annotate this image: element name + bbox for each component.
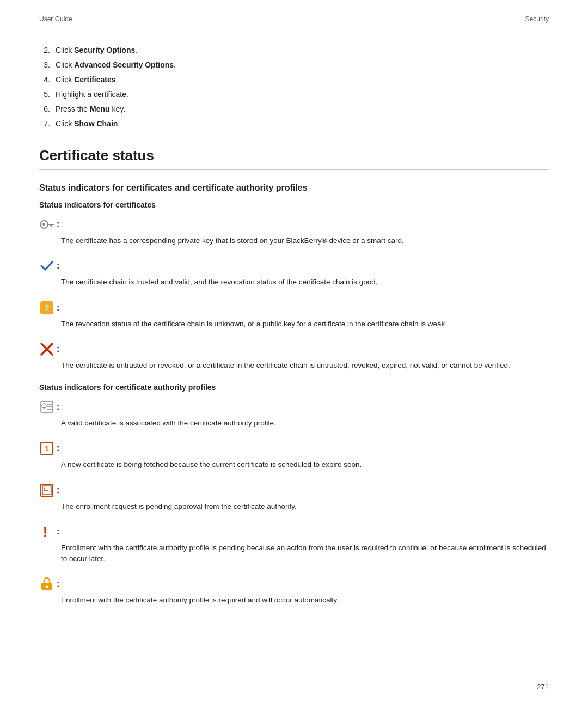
lock-icon <box>39 576 54 592</box>
box-clock-icon <box>39 483 54 498</box>
svg-point-15 <box>46 586 48 588</box>
ca-indicator-lock: : Enrollment with the certificate author… <box>39 576 549 606</box>
cert-key-desc: The certificate has a corresponding priv… <box>39 235 549 246</box>
svg-rect-12 <box>42 486 51 495</box>
exclamation-icon: ! <box>39 524 54 539</box>
ca-indicators-title: Status indicators for certificate author… <box>39 383 549 392</box>
section-title: Certificate status <box>39 147 549 170</box>
ca-valid-desc: A valid certificate is associated with t… <box>39 418 549 429</box>
cert-indicators-title: Status indicators for certificates <box>39 200 549 209</box>
cert-question-desc: The revocation status of the certificate… <box>39 319 549 330</box>
cert-indicator-key: : The certificate has a corresponding pr… <box>39 217 549 246</box>
ca-indicator-valid: : A valid certificate is associated with… <box>39 399 549 429</box>
ca-box1-desc: A new certificate is being fetched becau… <box>39 459 549 470</box>
cert-check-desc: The certificate chain is trusted and val… <box>39 277 549 288</box>
step-3: 3. Click Advanced Security Options. <box>39 59 549 71</box>
svg-point-4 <box>42 223 45 226</box>
step-5: 5. Highlight a certificate. <box>39 89 549 100</box>
steps-list: 2. Click Security Options. 3. Click Adva… <box>39 45 549 130</box>
ca-indicator-box1: 1 : A new certificate is being fetched b… <box>39 441 549 470</box>
page-number: 271 <box>537 683 549 691</box>
header-left: User Guide <box>39 15 72 23</box>
ca-exclaim-desc: Enrollment with the certificate authorit… <box>39 543 549 565</box>
step-4: 4. Click Certificates. <box>39 74 549 86</box>
cert-indicator-x: : The certificate is untrusted or revoke… <box>39 342 549 371</box>
step-6: 6. Press the Menu key. <box>39 104 549 115</box>
svg-point-8 <box>42 404 46 408</box>
box-1-icon: 1 <box>39 441 54 456</box>
ca-indicator-clock: : The enrollment request is pending appr… <box>39 483 549 512</box>
x-icon <box>39 342 54 357</box>
ca-clock-desc: The enrollment request is pending approv… <box>39 501 549 512</box>
ca-lock-desc: Enrollment with the certificate authorit… <box>39 595 549 606</box>
checkmark-icon <box>39 258 54 273</box>
svg-text:!: ! <box>43 525 47 539</box>
step-7: 7. Click Show Chain. <box>39 118 549 130</box>
step-2: 2. Click Security Options. <box>39 45 549 56</box>
ca-indicator-exclaim: ! : Enrollment with the certificate auth… <box>39 524 549 565</box>
cert-indicator-check: : The certificate chain is trusted and v… <box>39 258 549 288</box>
ca-valid-icon <box>39 399 54 415</box>
header-right: Security <box>525 15 549 23</box>
cert-x-desc: The certificate is untrusted or revoked,… <box>39 360 549 371</box>
subsection-title: Status indicators for certificates and c… <box>39 183 549 193</box>
key-icon <box>39 217 54 232</box>
cert-indicator-question: ? : The revocation status of the certifi… <box>39 300 549 330</box>
question-icon: ? <box>39 300 54 315</box>
